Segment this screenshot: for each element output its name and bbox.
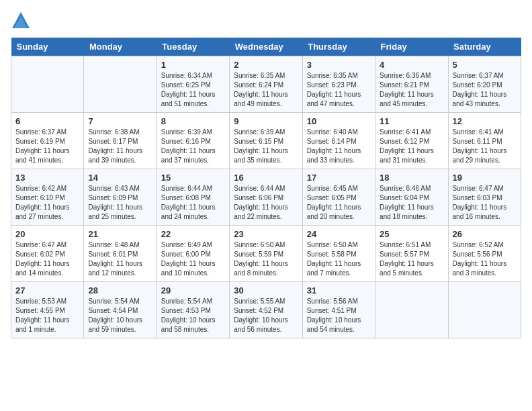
calendar-body: 1Sunrise: 6:34 AM Sunset: 6:25 PM Daylig… [11,56,521,338]
day-number: 6 [15,116,79,126]
calendar-cell: 3Sunrise: 6:35 AM Sunset: 6:23 PM Daylig… [302,56,375,113]
day-number: 14 [88,173,152,183]
day-number: 9 [234,116,298,126]
day-number: 11 [380,116,443,126]
calendar-cell: 30Sunrise: 5:55 AM Sunset: 4:52 PM Dayli… [230,282,302,338]
calendar-cell: 14Sunrise: 6:43 AM Sunset: 6:09 PM Dayli… [84,169,157,226]
calendar-cell: 18Sunrise: 6:46 AM Sunset: 6:04 PM Dayli… [375,169,448,226]
calendar-cell: 20Sunrise: 6:47 AM Sunset: 6:02 PM Dayli… [11,226,84,282]
day-info: Sunrise: 5:56 AM Sunset: 4:51 PM Dayligh… [307,297,371,334]
day-info: Sunrise: 6:34 AM Sunset: 6:25 PM Dayligh… [161,71,225,109]
day-number: 23 [234,229,298,239]
day-number: 8 [161,116,225,126]
calendar-cell: 7Sunrise: 6:38 AM Sunset: 6:17 PM Daylig… [84,113,157,169]
calendar-cell: 28Sunrise: 5:54 AM Sunset: 4:54 PM Dayli… [84,282,157,338]
logo [11,11,34,31]
day-number: 4 [380,60,443,70]
calendar-cell: 23Sunrise: 6:50 AM Sunset: 5:59 PM Dayli… [230,226,302,282]
calendar-cell [11,56,84,113]
calendar-cell: 6Sunrise: 6:37 AM Sunset: 6:19 PM Daylig… [11,113,84,169]
calendar-cell [84,56,157,113]
calendar-cell [375,282,448,338]
calendar-cell: 15Sunrise: 6:44 AM Sunset: 6:08 PM Dayli… [157,169,229,226]
calendar-table: Sunday Monday Tuesday Wednesday Thursday… [11,38,521,338]
day-number: 25 [380,229,443,239]
calendar-cell: 8Sunrise: 6:39 AM Sunset: 6:16 PM Daylig… [157,113,229,169]
day-number: 22 [161,229,225,239]
day-info: Sunrise: 6:49 AM Sunset: 6:00 PM Dayligh… [161,240,225,278]
day-info: Sunrise: 6:41 AM Sunset: 6:12 PM Dayligh… [380,128,443,165]
calendar-cell: 2Sunrise: 6:35 AM Sunset: 6:24 PM Daylig… [230,56,302,113]
day-number: 24 [307,229,371,239]
day-number: 28 [88,285,152,295]
day-info: Sunrise: 6:39 AM Sunset: 6:15 PM Dayligh… [234,128,298,165]
day-number: 27 [15,285,79,295]
calendar-cell: 31Sunrise: 5:56 AM Sunset: 4:51 PM Dayli… [302,282,375,338]
day-info: Sunrise: 6:44 AM Sunset: 6:08 PM Dayligh… [161,184,225,222]
day-number: 19 [453,173,517,183]
day-info: Sunrise: 6:50 AM Sunset: 5:59 PM Dayligh… [234,240,298,278]
calendar-cell: 5Sunrise: 6:37 AM Sunset: 6:20 PM Daylig… [448,56,521,113]
calendar-week-row: 20Sunrise: 6:47 AM Sunset: 6:02 PM Dayli… [11,226,521,282]
day-number: 12 [453,116,517,126]
logo-icon [11,11,31,31]
day-number: 15 [161,173,225,183]
day-info: Sunrise: 6:37 AM Sunset: 6:20 PM Dayligh… [453,71,517,109]
day-number: 2 [234,60,298,70]
calendar-cell: 25Sunrise: 6:51 AM Sunset: 5:57 PM Dayli… [375,226,448,282]
day-number: 13 [15,173,79,183]
day-number: 7 [88,116,152,126]
calendar-cell: 17Sunrise: 6:45 AM Sunset: 6:05 PM Dayli… [302,169,375,226]
day-info: Sunrise: 6:46 AM Sunset: 6:04 PM Dayligh… [380,184,443,222]
day-number: 29 [161,285,225,295]
calendar-week-row: 6Sunrise: 6:37 AM Sunset: 6:19 PM Daylig… [11,113,521,169]
day-info: Sunrise: 6:48 AM Sunset: 6:01 PM Dayligh… [88,240,152,278]
day-info: Sunrise: 6:50 AM Sunset: 5:58 PM Dayligh… [307,240,371,278]
day-info: Sunrise: 6:42 AM Sunset: 6:10 PM Dayligh… [15,184,79,222]
day-number: 30 [234,285,298,295]
day-number: 21 [88,229,152,239]
header-thursday: Thursday [302,38,375,56]
calendar-cell: 13Sunrise: 6:42 AM Sunset: 6:10 PM Dayli… [11,169,84,226]
header-wednesday: Wednesday [230,38,302,56]
header-monday: Monday [84,38,157,56]
calendar-cell: 24Sunrise: 6:50 AM Sunset: 5:58 PM Dayli… [302,226,375,282]
header-tuesday: Tuesday [157,38,229,56]
calendar-cell: 1Sunrise: 6:34 AM Sunset: 6:25 PM Daylig… [157,56,229,113]
calendar-cell: 9Sunrise: 6:39 AM Sunset: 6:15 PM Daylig… [230,113,302,169]
day-info: Sunrise: 6:44 AM Sunset: 6:06 PM Dayligh… [234,184,298,222]
header-friday: Friday [375,38,448,56]
day-info: Sunrise: 6:39 AM Sunset: 6:16 PM Dayligh… [161,128,225,165]
day-number: 26 [453,229,517,239]
calendar-cell: 4Sunrise: 6:36 AM Sunset: 6:21 PM Daylig… [375,56,448,113]
day-info: Sunrise: 5:54 AM Sunset: 4:54 PM Dayligh… [88,297,152,334]
day-info: Sunrise: 6:47 AM Sunset: 6:03 PM Dayligh… [453,184,517,222]
calendar-cell: 27Sunrise: 5:53 AM Sunset: 4:55 PM Dayli… [11,282,84,338]
day-number: 16 [234,173,298,183]
day-info: Sunrise: 6:45 AM Sunset: 6:05 PM Dayligh… [307,184,371,222]
day-info: Sunrise: 5:55 AM Sunset: 4:52 PM Dayligh… [234,297,298,334]
day-number: 17 [307,173,371,183]
calendar-cell: 11Sunrise: 6:41 AM Sunset: 6:12 PM Dayli… [375,113,448,169]
day-info: Sunrise: 6:38 AM Sunset: 6:17 PM Dayligh… [88,128,152,165]
day-number: 3 [307,60,371,70]
day-number: 5 [453,60,517,70]
calendar-cell: 21Sunrise: 6:48 AM Sunset: 6:01 PM Dayli… [84,226,157,282]
page-header [11,11,521,31]
day-info: Sunrise: 6:36 AM Sunset: 6:21 PM Dayligh… [380,71,443,109]
day-info: Sunrise: 6:47 AM Sunset: 6:02 PM Dayligh… [15,240,79,278]
day-info: Sunrise: 6:51 AM Sunset: 5:57 PM Dayligh… [380,240,443,278]
header-saturday: Saturday [448,38,521,56]
day-info: Sunrise: 6:40 AM Sunset: 6:14 PM Dayligh… [307,128,371,165]
calendar-cell: 29Sunrise: 5:54 AM Sunset: 4:53 PM Dayli… [157,282,229,338]
day-info: Sunrise: 6:41 AM Sunset: 6:11 PM Dayligh… [453,128,517,165]
calendar-cell: 19Sunrise: 6:47 AM Sunset: 6:03 PM Dayli… [448,169,521,226]
calendar-cell: 26Sunrise: 6:52 AM Sunset: 5:56 PM Dayli… [448,226,521,282]
calendar-cell [448,282,521,338]
calendar-week-row: 27Sunrise: 5:53 AM Sunset: 4:55 PM Dayli… [11,282,521,338]
header-sunday: Sunday [11,38,84,56]
calendar-header: Sunday Monday Tuesday Wednesday Thursday… [11,38,521,56]
day-number: 18 [380,173,443,183]
day-number: 20 [15,229,79,239]
header-row: Sunday Monday Tuesday Wednesday Thursday… [11,38,521,56]
